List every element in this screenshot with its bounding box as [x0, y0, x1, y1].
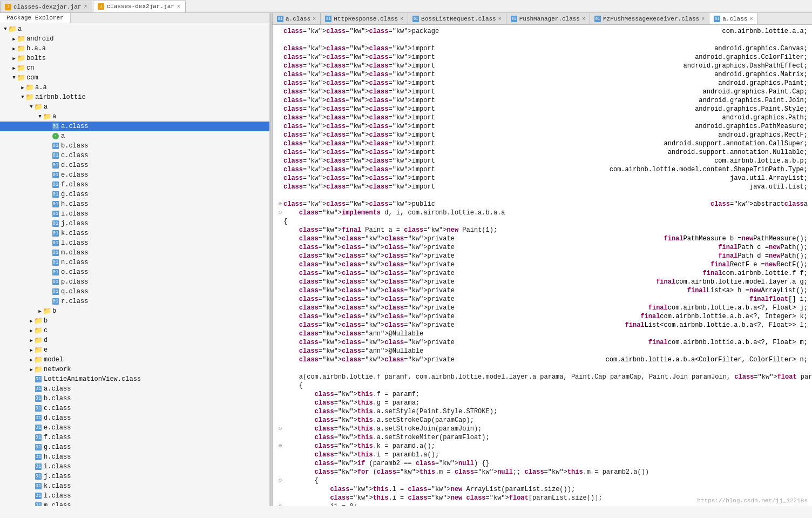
code-line[interactable]: class="kw">class="kw">class="kw">import … — [273, 79, 812, 88]
expand-icon[interactable] — [45, 259, 52, 266]
collapse-marker[interactable] — [277, 269, 283, 278]
expand-icon[interactable] — [45, 220, 52, 227]
code-line[interactable]: class="kw">this.g = parama; — [273, 399, 812, 407]
collapse-marker[interactable] — [277, 174, 283, 183]
tree-node-24[interactable]: 01n.class — [0, 258, 269, 267]
collapse-marker[interactable] — [277, 62, 283, 70]
tree-node-47[interactable]: 01k.class — [0, 481, 269, 491]
code-line[interactable] — [273, 191, 812, 200]
tree-node-0[interactable]: ▼📁a — [0, 24, 269, 34]
expand-icon[interactable] — [28, 395, 35, 402]
editor-tab-0[interactable]: 01 a.class × — [273, 13, 321, 25]
tree-node-25[interactable]: 01o.class — [0, 267, 269, 277]
expand-icon[interactable] — [45, 181, 52, 188]
code-line[interactable]: class="kw">class="kw">class="kw">private… — [273, 286, 812, 295]
collapse-marker[interactable] — [277, 131, 283, 139]
collapse-marker[interactable] — [277, 295, 283, 304]
collapse-marker[interactable] — [277, 399, 283, 407]
code-line[interactable]: class="kw">class="kw">class="kw">private… — [273, 355, 812, 364]
code-line[interactable]: class="kw">this.i = paramb1.a(); — [273, 450, 812, 459]
expand-icon[interactable] — [28, 483, 35, 489]
expand-icon[interactable] — [45, 269, 52, 275]
collapse-marker[interactable] — [277, 286, 283, 295]
expand-icon[interactable] — [45, 211, 52, 217]
window-tab-0[interactable]: J classes-dex2jar.jar × — [0, 1, 92, 12]
collapse-marker[interactable] — [277, 217, 283, 226]
tree-node-13[interactable]: 01c.class — [0, 151, 269, 160]
collapse-marker[interactable] — [277, 364, 283, 373]
collapse-marker[interactable] — [277, 44, 283, 53]
code-line[interactable]: class="kw">class="kw">class="kw">import … — [273, 131, 812, 139]
editor-tab-close-0[interactable]: × — [313, 16, 316, 22]
collapse-marker[interactable] — [277, 157, 283, 165]
editor-tab-close-3[interactable]: × — [582, 16, 585, 22]
collapse-marker[interactable] — [277, 450, 283, 459]
collapse-marker[interactable] — [277, 373, 283, 381]
code-line[interactable]: class="kw">class="kw">class="kw">private… — [273, 234, 812, 243]
code-line[interactable]: { — [273, 381, 812, 390]
expand-icon[interactable] — [28, 454, 35, 460]
code-line[interactable]: class="kw">class="kw">class="kw">private… — [273, 312, 812, 321]
collapse-marker[interactable] — [277, 312, 283, 321]
tree-node-23[interactable]: 01m.class — [0, 248, 269, 258]
collapse-marker[interactable] — [277, 139, 283, 148]
tree-node-11[interactable]: ◦a — [0, 131, 269, 141]
tree-node-3[interactable]: ▶📁bolts — [0, 53, 269, 63]
tree-node-10[interactable]: 01a.class — [0, 122, 269, 131]
expand-icon[interactable] — [28, 405, 35, 412]
code-line[interactable]: class="kw">class="kw">class="kw">import … — [273, 62, 812, 70]
collapse-marker[interactable] — [277, 304, 283, 312]
collapse-marker[interactable] — [277, 27, 283, 36]
tree-node-9[interactable]: ▼📁a — [0, 112, 269, 122]
collapse-marker[interactable]: ⊖ — [277, 200, 283, 208]
collapse-marker[interactable] — [277, 53, 283, 62]
tree-node-40[interactable]: 01d.class — [0, 413, 269, 423]
tree-node-28[interactable]: 01r.class — [0, 297, 269, 306]
code-line[interactable]: class="kw">class="kw">class="kw">private… — [273, 338, 812, 347]
editor-tab-4[interactable]: 01 MzPushMessageReceiver.class × — [590, 13, 709, 25]
collapse-marker[interactable] — [277, 113, 283, 122]
expand-icon[interactable] — [45, 152, 52, 159]
collapse-marker[interactable] — [277, 243, 283, 252]
collapse-marker[interactable] — [277, 321, 283, 329]
code-line[interactable]: a(com.airbnb.lottie.f paramf, com.airbnb… — [273, 373, 812, 381]
code-line[interactable]: class="kw">class="kw">class="kw">import … — [273, 148, 812, 157]
code-line[interactable]: class="kw">this.a.setStrokeMiter(paramFl… — [273, 433, 812, 442]
tree-node-31[interactable]: ▶📁c — [0, 326, 269, 335]
code-line[interactable]: class="kw">class="kw">class="kw">private… — [273, 295, 812, 304]
code-line[interactable]: ⊖ { — [273, 476, 812, 485]
window-tab-1-close[interactable]: × — [177, 4, 181, 10]
code-line[interactable]: class="kw">class="kw">class="kw">import … — [273, 157, 812, 165]
tree-node-6[interactable]: ▶📁a.a — [0, 83, 269, 92]
editor-tab-3[interactable]: 01 PushManager.class × — [506, 13, 590, 25]
tree-node-18[interactable]: 01h.class — [0, 199, 269, 209]
collapse-marker[interactable] — [277, 252, 283, 260]
code-line[interactable]: class="kw">final Paint a = class="kw">ne… — [273, 226, 812, 234]
window-tab-1[interactable]: J classes-dex2jar.jar × — [93, 1, 185, 12]
code-line[interactable]: class="kw">class="kw">class="kw">import … — [273, 70, 812, 79]
expand-icon[interactable] — [28, 463, 35, 470]
editor-tab-close-5[interactable]: × — [749, 16, 753, 22]
tree-node-21[interactable]: 01k.class — [0, 228, 269, 238]
expand-icon[interactable] — [28, 473, 35, 480]
collapse-marker[interactable] — [277, 105, 283, 113]
collapse-marker[interactable] — [277, 183, 283, 191]
tree-node-35[interactable]: ▶📁network — [0, 365, 269, 374]
expand-icon[interactable] — [28, 444, 35, 450]
tree-node-5[interactable]: ▼📁com — [0, 73, 269, 83]
code-line[interactable]: class="kw">class="ann">@Nullable — [273, 329, 812, 338]
collapse-marker[interactable]: ⊖ — [277, 502, 283, 506]
collapse-marker[interactable] — [277, 191, 283, 200]
code-line[interactable]: ⊖ class="kw">this.k = paramd.a(); — [273, 442, 812, 450]
collapse-marker[interactable] — [277, 36, 283, 44]
tree-node-42[interactable]: 01f.class — [0, 433, 269, 442]
code-line[interactable]: { — [273, 217, 812, 226]
collapse-marker[interactable] — [277, 260, 283, 269]
expand-icon[interactable] — [45, 230, 52, 237]
editor-tab-close-2[interactable]: × — [498, 16, 502, 22]
collapse-marker[interactable] — [277, 355, 283, 364]
code-line[interactable]: class="kw">class="kw">class="kw">private… — [273, 278, 812, 286]
tree-node-15[interactable]: 01e.class — [0, 170, 269, 180]
expand-icon[interactable] — [28, 493, 35, 499]
expand-icon[interactable] — [28, 376, 35, 382]
